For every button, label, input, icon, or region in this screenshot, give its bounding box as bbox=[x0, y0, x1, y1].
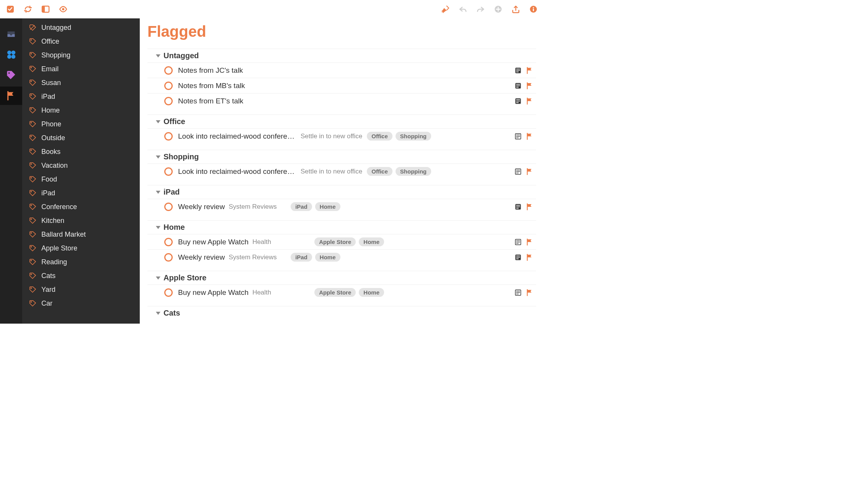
sidebar: UntaggedOfficeShoppingEmailSusaniPadHome… bbox=[22, 18, 140, 324]
group-header-office[interactable]: Office bbox=[147, 115, 536, 128]
task-checkbox[interactable] bbox=[164, 66, 173, 75]
note-icon[interactable] bbox=[515, 82, 522, 89]
tag-pill[interactable]: Home bbox=[315, 202, 340, 211]
sidebar-item-car[interactable]: Car bbox=[22, 296, 140, 310]
task-checkbox[interactable] bbox=[164, 167, 173, 176]
sidebar-item-vacation[interactable]: Vacation bbox=[22, 159, 140, 172]
sidebar-item-outside[interactable]: Outside bbox=[22, 131, 140, 145]
flag-icon[interactable] bbox=[526, 98, 533, 105]
group-header-untagged[interactable]: Untagged bbox=[147, 49, 536, 62]
tag-icon bbox=[28, 190, 37, 196]
sidebar-item-email[interactable]: Email bbox=[22, 62, 140, 76]
task-row[interactable]: Notes from ET's talk bbox=[147, 93, 536, 108]
group-header-shopping[interactable]: Shopping bbox=[147, 150, 536, 164]
flag-icon[interactable] bbox=[526, 67, 533, 74]
tag-pill[interactable]: Shopping bbox=[396, 167, 431, 176]
note-icon[interactable] bbox=[515, 67, 522, 74]
task-row[interactable]: Look into reclaimed-wood conferen…Settle… bbox=[147, 128, 536, 144]
note-icon[interactable] bbox=[515, 168, 522, 175]
sidebar-item-ipad[interactable]: iPad bbox=[22, 186, 140, 200]
task-checkbox[interactable] bbox=[164, 253, 173, 262]
tag-pill[interactable]: Shopping bbox=[396, 132, 431, 141]
sync-icon[interactable] bbox=[23, 4, 33, 14]
task-row[interactable]: Notes from MB's talk bbox=[147, 78, 536, 93]
sidebar-item-kitchen[interactable]: Kitchen bbox=[22, 214, 140, 227]
task-checkbox[interactable] bbox=[164, 203, 173, 211]
note-icon[interactable] bbox=[515, 239, 522, 245]
sidebar-item-apple-store[interactable]: Apple Store bbox=[22, 241, 140, 255]
task-row[interactable]: Look into reclaimed-wood conferen…Settle… bbox=[147, 164, 536, 179]
rail-projects[interactable] bbox=[0, 45, 22, 64]
task-row[interactable]: Weekly reviewSystem ReviewsiPadHome bbox=[147, 249, 536, 265]
tag-pill[interactable]: Apple Store bbox=[314, 288, 356, 297]
note-icon[interactable] bbox=[515, 203, 522, 210]
tag-icon bbox=[28, 134, 37, 141]
flag-icon[interactable] bbox=[526, 254, 533, 261]
sidebar-item-ballard-market[interactable]: Ballard Market bbox=[22, 227, 140, 241]
flag-icon[interactable] bbox=[526, 133, 533, 140]
main-content: Flagged UntaggedNotes from JC's talkNote… bbox=[140, 18, 544, 324]
task-checkbox[interactable] bbox=[164, 82, 173, 90]
group-header-ipad[interactable]: iPad bbox=[147, 185, 536, 199]
sidebar-item-label: Phone bbox=[41, 120, 61, 128]
task-title: Buy new Apple Watch bbox=[178, 238, 249, 246]
chevron-down-icon bbox=[156, 191, 160, 194]
note-icon[interactable] bbox=[515, 254, 522, 261]
rail-inbox[interactable] bbox=[0, 25, 22, 43]
task-checkbox[interactable] bbox=[164, 132, 173, 141]
sidebar-item-label: Books bbox=[41, 148, 60, 156]
sidebar-item-conference[interactable]: Conference bbox=[22, 200, 140, 214]
group-header-apple-store[interactable]: Apple Store bbox=[147, 271, 536, 285]
group-header-home[interactable]: Home bbox=[147, 220, 536, 234]
flag-icon[interactable] bbox=[526, 168, 533, 175]
sidebar-item-susan[interactable]: Susan bbox=[22, 76, 140, 90]
tag-pill[interactable]: Home bbox=[315, 253, 340, 262]
sidebar-item-reading[interactable]: Reading bbox=[22, 255, 140, 269]
note-icon[interactable] bbox=[515, 289, 522, 296]
sidebar-item-shopping[interactable]: Shopping bbox=[22, 48, 140, 62]
eye-icon[interactable] bbox=[58, 4, 68, 14]
sidebar-item-ipad[interactable]: iPad bbox=[22, 90, 140, 103]
task-checkbox[interactable] bbox=[164, 288, 173, 297]
group-name: Office bbox=[164, 117, 185, 126]
sidebar-item-food[interactable]: Food bbox=[22, 172, 140, 186]
tag-pill[interactable]: iPad bbox=[291, 202, 312, 211]
add-icon[interactable] bbox=[493, 4, 503, 14]
sidebar-item-office[interactable]: Office bbox=[22, 34, 140, 48]
task-row[interactable]: Buy new Apple WatchHealthApple StoreHome bbox=[147, 234, 536, 249]
sidebar-item-books[interactable]: Books bbox=[22, 145, 140, 159]
rail-flagged[interactable] bbox=[0, 87, 22, 105]
tag-pill[interactable]: Apple Store bbox=[314, 237, 356, 246]
tag-pill[interactable]: Office bbox=[367, 167, 392, 176]
check-icon[interactable] bbox=[5, 4, 15, 14]
flag-icon[interactable] bbox=[526, 289, 533, 296]
note-icon[interactable] bbox=[515, 133, 522, 140]
sidebar-item-untagged[interactable]: Untagged bbox=[22, 21, 140, 34]
sidebar-item-cats[interactable]: Cats bbox=[22, 269, 140, 283]
export-icon[interactable] bbox=[511, 4, 521, 14]
tag-pill[interactable]: Home bbox=[359, 288, 384, 297]
sidebar-item-home[interactable]: Home bbox=[22, 103, 140, 117]
task-row[interactable]: Notes from JC's talk bbox=[147, 62, 536, 78]
task-checkbox[interactable] bbox=[164, 238, 173, 246]
tag-pill[interactable]: Home bbox=[359, 237, 384, 246]
cleanup-icon[interactable] bbox=[440, 4, 450, 14]
info-icon[interactable] bbox=[528, 4, 538, 14]
tag-pill[interactable]: iPad bbox=[291, 253, 312, 262]
task-title: Look into reclaimed-wood conferen… bbox=[178, 167, 297, 176]
rail-tags[interactable] bbox=[0, 66, 22, 84]
tag-pill[interactable]: Office bbox=[367, 132, 392, 141]
redo-icon[interactable] bbox=[476, 4, 486, 14]
undo-icon[interactable] bbox=[458, 4, 468, 14]
task-row[interactable]: Buy new Apple WatchHealthApple StoreHome bbox=[147, 285, 536, 300]
task-row[interactable]: Weekly reviewSystem ReviewsiPadHome bbox=[147, 199, 536, 214]
note-icon[interactable] bbox=[515, 98, 522, 105]
sidebar-toggle-icon[interactable] bbox=[41, 4, 51, 14]
group-header-cats[interactable]: Cats bbox=[147, 306, 536, 320]
sidebar-item-yard[interactable]: Yard bbox=[22, 283, 140, 296]
flag-icon[interactable] bbox=[526, 203, 533, 210]
flag-icon[interactable] bbox=[526, 82, 533, 89]
flag-icon[interactable] bbox=[526, 239, 533, 245]
sidebar-item-phone[interactable]: Phone bbox=[22, 117, 140, 131]
task-checkbox[interactable] bbox=[164, 97, 173, 105]
